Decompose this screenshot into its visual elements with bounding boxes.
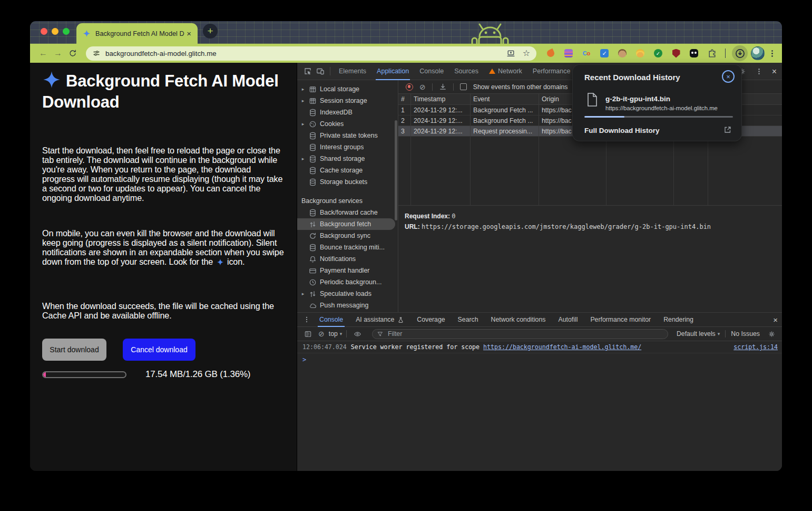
device-toolbar-icon[interactable] [314,65,327,78]
console-sidebar-icon[interactable] [301,327,314,340]
devtools-menu-icon[interactable] [753,65,766,78]
extension-icon-3[interactable]: Co [582,49,591,58]
column-header[interactable]: Event [471,94,539,104]
sidebar-item-local-storage[interactable]: ▸Local storage [297,83,398,95]
sidebar-item-back-forward-cache[interactable]: Back/forward cache [297,207,398,218]
sidebar-item-payment-handler[interactable]: Payment handler [297,265,398,276]
sidebar-item-periodic-background-sync[interactable]: Periodic backgroun... [297,276,398,288]
issues-counter[interactable]: No Issues [731,330,760,338]
console-prompt[interactable]: > [297,353,782,366]
sidebar-item-speculative-loads[interactable]: ▸Speculative loads [297,288,398,300]
drawer-tab-network-conditions[interactable]: Network conditions [485,313,552,327]
devtools-tab-performance[interactable]: Performance [527,63,576,80]
url-text[interactable]: backgroundfetch-ai-model.glitch.me [105,50,502,57]
sidebar-item-push-messaging[interactable]: Push messaging [297,300,398,311]
filter-input[interactable] [387,330,663,338]
save-events-icon[interactable] [439,83,447,91]
close-window-button[interactable] [41,28,47,35]
sidebar-item-interest-groups[interactable]: Interest groups [297,141,398,153]
sidebar-item-cache-storage[interactable]: Cache storage [297,165,398,176]
full-download-history-link[interactable]: Full Download History [584,127,660,134]
sidebar-item-bounce-tracking[interactable]: Bounce tracking miti... [297,242,398,253]
drawer-tab-coverage[interactable]: Coverage [410,313,451,327]
send-to-device-icon[interactable] [506,49,515,58]
drawer-tab-rendering[interactable]: Rendering [657,313,700,327]
clear-console-icon[interactable]: ⊘ [318,330,325,338]
context-selector[interactable]: top▾ [329,330,343,338]
minimize-window-button[interactable] [52,28,58,35]
caret-icon[interactable]: ▸ [300,291,306,296]
devtools-tab-application[interactable]: Application [371,63,414,80]
console-settings-gear-icon[interactable] [765,327,778,340]
drawer-tab-search[interactable]: Search [452,313,485,327]
web-page: Background Fetch AI Model Download Start… [30,63,297,471]
popup-close-icon[interactable]: × [722,70,735,83]
caret-icon[interactable]: ▸ [300,86,306,92]
reload-button[interactable] [67,47,79,59]
extension-icon-8[interactable] [671,49,681,58]
extension-icon-5[interactable] [618,49,627,58]
drawer-close-icon[interactable]: × [773,315,778,324]
extension-icon-4[interactable]: ✓ [600,49,609,58]
back-button[interactable]: ← [37,47,49,59]
extension-icon-1[interactable] [546,49,555,58]
devtools-tab-elements[interactable]: Elements [334,63,371,80]
address-bar[interactable]: backgroundfetch-ai-model.glitch.me ☆ [86,46,536,61]
forward-button[interactable]: → [52,47,64,59]
downloads-button[interactable] [732,45,748,61]
tab-close-icon[interactable]: × [185,30,192,37]
sidebar-item-shared-storage[interactable]: ▸Shared storage [297,153,398,165]
drawer-menu-icon[interactable] [300,313,313,326]
drawer-tab-console[interactable]: Console [313,313,349,327]
devtools-tab-network[interactable]: Network [484,63,527,80]
caret-icon[interactable]: ▸ [300,121,306,127]
extension-icon-6[interactable] [635,49,645,58]
external-link-icon[interactable] [723,126,732,134]
log-source-link[interactable]: script.js:14 [733,343,778,351]
download-file-name[interactable]: g-2b-it-gpu-int4.bin [605,95,670,103]
devtools-close-icon[interactable]: × [770,67,779,76]
browser-menu-icon[interactable] [768,49,777,58]
column-header[interactable]: Timestamp [411,94,471,104]
column-header[interactable]: # [398,94,411,104]
profile-avatar[interactable] [751,46,765,60]
log-levels-dropdown[interactable]: Default levels▾ [677,330,720,338]
show-events-label[interactable]: Show events from other domains [473,83,568,91]
show-events-checkbox[interactable] [460,83,467,90]
caret-icon[interactable]: ▸ [300,156,306,161]
extension-icon-2[interactable] [564,49,573,58]
extension-icon-9[interactable] [689,49,699,58]
record-icon[interactable] [406,83,413,91]
extensions-puzzle-icon[interactable] [707,49,717,58]
site-settings-tune-icon[interactable] [92,49,101,57]
caret-icon[interactable]: ▸ [300,98,306,103]
drawer-tab-autofill[interactable]: Autofill [552,313,584,327]
sidebar-item-background-fetch[interactable]: Background fetch [297,218,395,230]
cancel-download-button[interactable]: Cancel download [123,339,195,361]
bookmark-star-icon[interactable]: ☆ [523,49,530,57]
sidebar-item-cookies[interactable]: ▸Cookies [297,118,398,130]
sidebar-item-private-state-tokens[interactable]: Private state tokens [297,130,398,141]
devtools-tab-console[interactable]: Console [414,63,449,80]
start-download-button[interactable]: Start download [42,339,106,361]
console-filter[interactable] [372,329,668,339]
sidebar-item-session-storage[interactable]: ▸Session storage [297,95,398,107]
sidebar-item-background-sync[interactable]: Background sync [297,230,398,242]
extension-icon-7[interactable]: ✓ [653,49,663,58]
sidebar-scrollbar[interactable] [395,120,397,220]
live-expression-eye-icon[interactable] [351,327,364,340]
warning-icon [489,69,495,74]
sidebar-item-indexeddb[interactable]: IndexedDB [297,107,398,118]
sidebar-item-storage-buckets[interactable]: Storage buckets [297,176,398,188]
log-link[interactable]: https://backgroundfetch-ai-model.glitch.… [483,343,641,351]
inspect-element-icon[interactable] [301,65,314,78]
drawer-tab-ai-assistance[interactable]: AI assistance [349,313,410,327]
new-tab-button[interactable]: + [203,24,218,38]
clear-icon[interactable]: ⊘ [419,83,426,91]
browser-tab[interactable]: Background Fetch AI Model D × [76,23,198,44]
drawer-tab-performance-monitor[interactable]: Performance monitor [584,313,657,327]
database-icon [309,167,317,175]
sidebar-item-notifications[interactable]: Notifications [297,253,398,265]
devtools-tab-sources[interactable]: Sources [449,63,484,80]
zoom-window-button[interactable] [63,28,70,35]
